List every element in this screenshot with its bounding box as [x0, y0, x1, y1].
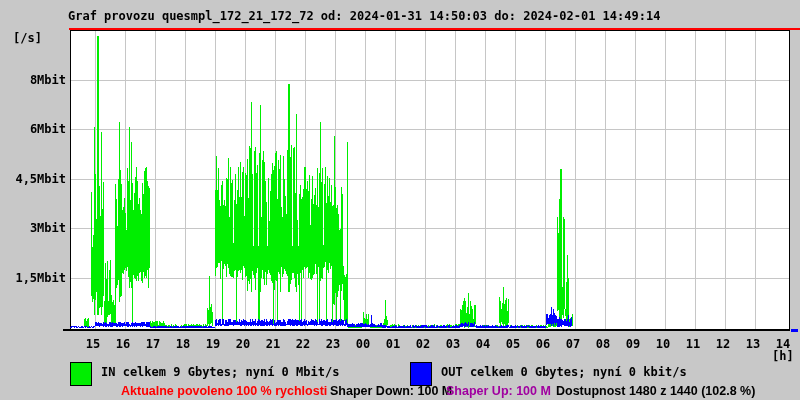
- x-axis-hour-label: 18: [166, 337, 200, 351]
- graph-title: Graf provozu quesmpl_172_21_172_72 od: 2…: [68, 9, 660, 23]
- x-axis-hour-label: 13: [736, 337, 770, 351]
- x-axis-hour-label: 05: [496, 337, 530, 351]
- x-axis-hour-label: 11: [676, 337, 710, 351]
- x-axis-unit-label: [h]: [772, 349, 794, 363]
- x-axis-hour-label: 08: [586, 337, 620, 351]
- out-legend-swatch: [410, 362, 432, 386]
- x-axis-hour-label: 09: [616, 337, 650, 351]
- x-axis-hour-label: 20: [226, 337, 260, 351]
- x-axis-hour-label: 16: [106, 337, 140, 351]
- y-axis-tick-label: 6Mbit: [0, 123, 66, 136]
- shaper-up-text: Shaper Up: 100 M: [446, 384, 551, 398]
- x-axis-hour-label: 15: [76, 337, 110, 351]
- x-axis-hour-label: 00: [346, 337, 380, 351]
- y-axis-unit-label: [/s]: [13, 31, 42, 45]
- x-axis-hour-label: 14: [766, 337, 800, 351]
- x-axis-hour-label: 01: [376, 337, 410, 351]
- out-legend-label: OUT celkem 0 Gbytes; nyní 0 kbit/s: [441, 365, 687, 379]
- x-axis-hour-label: 21: [256, 337, 290, 351]
- x-axis-hour-label: 03: [436, 337, 470, 351]
- shaper-down-text: Shaper Down: 100 M: [330, 384, 452, 398]
- y-axis-tick-label: 4,5Mbit: [0, 173, 66, 186]
- allowed-speed-text: Aktualne povoleno 100 % rychlosti: [121, 384, 327, 398]
- x-axis-hour-label: 17: [136, 337, 170, 351]
- in-legend-label: IN celkem 9 Gbytes; nyní 0 Mbit/s: [101, 365, 339, 379]
- in-legend-swatch: [70, 362, 92, 386]
- x-axis-hour-label: 12: [706, 337, 740, 351]
- x-axis-hour-label: 22: [286, 337, 320, 351]
- y-axis-tick-label: 8Mbit: [0, 74, 66, 87]
- x-axis-hour-label: 07: [556, 337, 590, 351]
- y-axis-tick-label: 1,5Mbit: [0, 272, 66, 285]
- x-axis-hour-label: 10: [646, 337, 680, 351]
- y-axis-tick-label: 3Mbit: [0, 222, 66, 235]
- x-axis-hour-label: 04: [466, 337, 500, 351]
- availability-text: Dostupnost 1480 z 1440 (102.8 %): [556, 384, 755, 398]
- x-axis-hour-label: 23: [316, 337, 350, 351]
- x-axis-hour-label: 06: [526, 337, 560, 351]
- x-axis-hour-label: 19: [196, 337, 230, 351]
- x-axis-hour-label: 02: [406, 337, 440, 351]
